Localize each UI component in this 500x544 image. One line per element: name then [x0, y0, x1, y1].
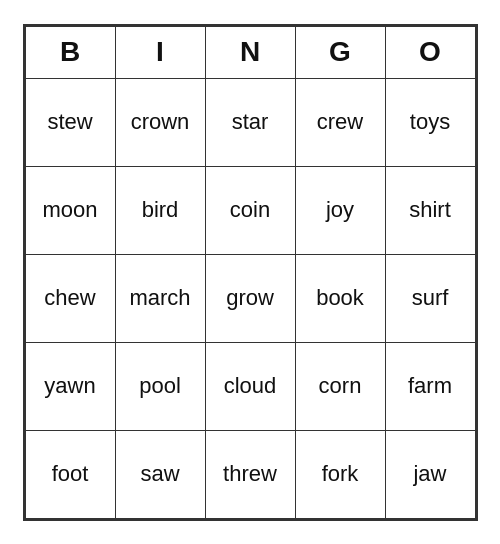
table-cell: joy	[295, 166, 385, 254]
table-row: moonbirdcoinjoyshirt	[25, 166, 475, 254]
table-cell: chew	[25, 254, 115, 342]
table-cell: saw	[115, 430, 205, 518]
table-cell: grow	[205, 254, 295, 342]
table-cell: farm	[385, 342, 475, 430]
bingo-card: B I N G O stewcrownstarcrewtoysmoonbirdc…	[23, 24, 478, 521]
table-cell: toys	[385, 78, 475, 166]
header-i: I	[115, 26, 205, 78]
header-g: G	[295, 26, 385, 78]
table-cell: coin	[205, 166, 295, 254]
table-row: chewmarchgrowbooksurf	[25, 254, 475, 342]
table-cell: pool	[115, 342, 205, 430]
table-cell: crew	[295, 78, 385, 166]
table-cell: corn	[295, 342, 385, 430]
table-cell: cloud	[205, 342, 295, 430]
table-cell: threw	[205, 430, 295, 518]
table-cell: bird	[115, 166, 205, 254]
header-o: O	[385, 26, 475, 78]
header-row: B I N G O	[25, 26, 475, 78]
table-cell: star	[205, 78, 295, 166]
table-cell: shirt	[385, 166, 475, 254]
header-b: B	[25, 26, 115, 78]
table-cell: crown	[115, 78, 205, 166]
table-row: yawnpoolcloudcornfarm	[25, 342, 475, 430]
table-cell: moon	[25, 166, 115, 254]
table-cell: jaw	[385, 430, 475, 518]
table-cell: yawn	[25, 342, 115, 430]
table-cell: book	[295, 254, 385, 342]
table-cell: fork	[295, 430, 385, 518]
table-row: stewcrownstarcrewtoys	[25, 78, 475, 166]
table-cell: march	[115, 254, 205, 342]
table-cell: surf	[385, 254, 475, 342]
table-cell: stew	[25, 78, 115, 166]
bingo-table: B I N G O stewcrownstarcrewtoysmoonbirdc…	[25, 26, 476, 519]
header-n: N	[205, 26, 295, 78]
table-cell: foot	[25, 430, 115, 518]
table-row: footsawthrewforkjaw	[25, 430, 475, 518]
